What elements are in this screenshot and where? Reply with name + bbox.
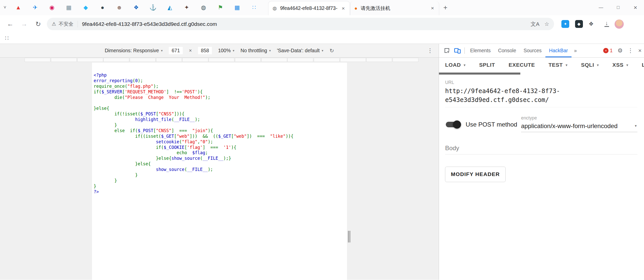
- chevron-down-icon: ▾: [635, 124, 637, 128]
- code-line: <?php: [94, 73, 347, 78]
- hackbar-menu-xss[interactable]: XSS▾: [612, 62, 628, 68]
- profile-avatar[interactable]: [615, 20, 624, 29]
- chevron-down-icon: ▾: [269, 49, 271, 52]
- ruler: [0, 58, 439, 63]
- hackbar-menu-execute[interactable]: EXECUTE: [509, 62, 535, 68]
- pinned-tab[interactable]: ✈: [27, 1, 43, 14]
- pinned-tab[interactable]: ◭: [161, 1, 178, 14]
- code-line: [94, 100, 347, 106]
- tab-search-icon[interactable]: ˅: [0, 5, 10, 10]
- pinned-tab[interactable]: ▲: [10, 1, 27, 14]
- pinned-tab[interactable]: ▦: [60, 1, 77, 14]
- code-line: error_reporting(0);: [94, 78, 347, 84]
- inspect-element-icon[interactable]: [441, 45, 452, 56]
- url-text[interactable]: 9fea4642-efe8-4132-8f73-e543e3d3d9ed.ctf…: [82, 21, 526, 27]
- devtools-tab-sources[interactable]: Sources: [520, 44, 545, 57]
- dark-extension-icon[interactable]: ◆: [575, 20, 583, 28]
- omnibox-divider: [78, 21, 78, 27]
- code-line: echo $flag;: [94, 150, 347, 156]
- tab-inactive[interactable]: ● 请先激活挂机 ×: [350, 1, 439, 15]
- security-chip[interactable]: ⚠ 不安全: [52, 21, 73, 27]
- translate-icon[interactable]: 文A: [530, 21, 539, 28]
- code-line: else if($_POST["CNSS"] === "join"){: [94, 128, 347, 134]
- kebab-menu-icon[interactable]: ⋮: [628, 47, 633, 54]
- ruler-tick: [235, 58, 261, 62]
- hackbar-menu-test[interactable]: TEST▾: [548, 62, 567, 68]
- code-line: }else{: [94, 106, 347, 111]
- twitter-extension-icon[interactable]: ✦: [561, 20, 569, 28]
- pinned-tab[interactable]: ▦: [229, 1, 246, 14]
- window-close-button[interactable]: ×: [627, 0, 644, 15]
- use-post-toggle[interactable]: [446, 122, 460, 128]
- tab-close-icon[interactable]: ×: [341, 5, 346, 11]
- devtools-tab-elements[interactable]: Elements: [466, 44, 494, 57]
- pinned-tab[interactable]: ⚑: [212, 1, 229, 14]
- error-badge[interactable]: × 1: [603, 48, 613, 54]
- body-field[interactable]: Body: [445, 145, 637, 154]
- tab-favicon-icon: ●: [354, 5, 357, 11]
- hackbar-menu-split[interactable]: SPLIT: [479, 62, 495, 68]
- devtools-tabbar: ElementsConsoleSourcesHackBar » × 1 ⚙ ⋮ …: [439, 44, 644, 58]
- use-post-label: Use POST method: [466, 121, 517, 128]
- zoom-dropdown[interactable]: 100% ▾: [218, 48, 234, 54]
- extensions-puzzle-icon[interactable]: ❖: [588, 21, 594, 27]
- maximize-button[interactable]: □: [610, 0, 627, 15]
- emulated-page[interactable]: <?phperror_reporting(0);require_once("fl…: [92, 63, 347, 280]
- gear-icon[interactable]: ⚙: [617, 47, 622, 54]
- back-icon[interactable]: ←: [4, 18, 16, 30]
- tab-active[interactable]: ◍ 9fea4642-efe8-4132-8f73-e5 ×: [268, 1, 350, 15]
- viewport-height-input[interactable]: 858: [198, 47, 212, 54]
- throttling-dropdown[interactable]: No throttling ▾: [241, 48, 271, 54]
- hackbar-menu-sqli[interactable]: SQLI▾: [581, 62, 599, 68]
- viewport-resize-handle[interactable]: [348, 231, 351, 242]
- forward-icon[interactable]: →: [18, 18, 30, 30]
- code-line: if((isset($_GET["web"])) && (($_GET["web…: [94, 134, 347, 139]
- throttling-value: No throttling: [241, 48, 267, 54]
- pinned-tab[interactable]: ∷: [246, 1, 262, 14]
- more-tabs-icon[interactable]: »: [572, 48, 579, 54]
- pinned-tab[interactable]: ●: [94, 1, 111, 14]
- tabbar-divider: [464, 47, 465, 54]
- downloads-icon[interactable]: ↓: [604, 21, 609, 27]
- ruler-tick: [314, 58, 340, 62]
- viewport-width-input[interactable]: 671: [169, 47, 183, 54]
- address-bar[interactable]: ⚠ 不安全 9fea4642-efe8-4132-8f73-e543e3d3d9…: [47, 18, 554, 30]
- device-toolbar-toggle-icon[interactable]: [452, 45, 463, 56]
- url-field[interactable]: http://9fea4642-efe8-4132-8f73-e543e3d3d…: [445, 86, 637, 107]
- device-toolbar-more-icon[interactable]: ⋮: [427, 47, 433, 54]
- ruler-tick: [261, 58, 287, 62]
- pinned-tab[interactable]: ◍: [195, 1, 212, 14]
- post-toggle-group: Use POST method: [445, 121, 521, 128]
- new-tab-button[interactable]: +: [439, 4, 452, 12]
- hackbar-menu-load[interactable]: LOAD▾: [445, 62, 466, 68]
- ruler-tick: [130, 58, 156, 62]
- download-arrow: ↓: [605, 21, 608, 26]
- tab-close-icon[interactable]: ×: [430, 5, 435, 11]
- enctype-select[interactable]: enctype application/x-www-form-urlencode…: [521, 115, 637, 132]
- pinned-tab[interactable]: ⚓: [144, 1, 161, 14]
- pinned-tab[interactable]: ✦: [178, 1, 195, 14]
- bookmark-star-icon[interactable]: ☆: [544, 21, 549, 27]
- hackbar-menu-scrollbar[interactable]: [439, 73, 520, 75]
- hackbar-menu-lfi[interactable]: LFI▾: [642, 62, 644, 68]
- pinned-tab[interactable]: ◉: [44, 1, 60, 14]
- devtools-close-icon[interactable]: ×: [638, 47, 641, 54]
- devtools-tabs: ElementsConsoleSourcesHackBar: [466, 44, 572, 57]
- device-emulation-pane: Dimensions: Responsive ▾ 671 × 858 100% …: [0, 44, 439, 280]
- modify-header-button[interactable]: MODIFY HEADER: [445, 167, 506, 182]
- pinned-tab[interactable]: ◆: [77, 1, 94, 14]
- minimize-button[interactable]: —: [592, 0, 610, 15]
- reload-icon[interactable]: ↻: [32, 18, 44, 30]
- hackbar-form: URL http://9fea4642-efe8-4132-8f73-e543e…: [439, 75, 644, 182]
- ruler-tick: [287, 58, 313, 62]
- security-label: 不安全: [59, 21, 73, 27]
- devtools-tab-console[interactable]: Console: [494, 44, 520, 57]
- pinned-tab[interactable]: ☻: [111, 1, 128, 14]
- devtools-tab-hackbar[interactable]: HackBar: [545, 44, 572, 57]
- apps-grid-icon[interactable]: ∷: [5, 35, 9, 42]
- pinned-tab[interactable]: ❖: [128, 1, 144, 14]
- bookmarks-bar: ∷: [0, 33, 644, 44]
- save-data-dropdown[interactable]: 'Save-Data': default ▾: [277, 48, 323, 54]
- rotate-viewport-icon[interactable]: ↻: [329, 47, 334, 54]
- dimensions-dropdown[interactable]: Dimensions: Responsive ▾: [105, 48, 163, 54]
